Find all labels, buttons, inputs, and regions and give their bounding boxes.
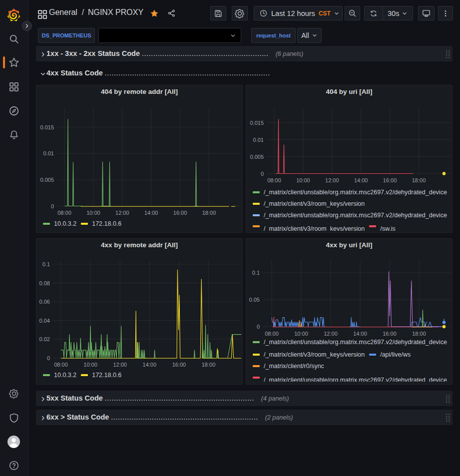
svg-text:18:00: 18:00 <box>202 362 216 368</box>
svg-text:0.1: 0.1 <box>42 261 50 267</box>
svg-text:08:00: 08:00 <box>57 210 71 216</box>
svg-text:14:00: 14:00 <box>143 362 157 368</box>
svg-text:0: 0 <box>47 355 50 361</box>
svg-text:0.04: 0.04 <box>39 318 50 324</box>
svg-text:0.01: 0.01 <box>43 150 54 156</box>
svg-text:14:00: 14:00 <box>354 177 368 183</box>
svg-text:12:00: 12:00 <box>325 177 339 183</box>
svg-text:0.05: 0.05 <box>249 297 260 303</box>
svg-text:16:00: 16:00 <box>172 362 186 368</box>
svg-text:14:00: 14:00 <box>144 210 158 216</box>
svg-text:18:00: 18:00 <box>202 210 216 216</box>
svg-text:18:00: 18:00 <box>412 331 426 337</box>
svg-text:0.06: 0.06 <box>39 299 50 305</box>
svg-text:10:00: 10:00 <box>86 210 100 216</box>
svg-text:14:00: 14:00 <box>353 331 367 337</box>
svg-text:0.01: 0.01 <box>253 137 264 143</box>
svg-text:0.015: 0.015 <box>40 124 54 130</box>
svg-text:08:00: 08:00 <box>267 177 281 183</box>
svg-text:0.08: 0.08 <box>39 280 50 286</box>
svg-text:0: 0 <box>261 171 264 177</box>
svg-text:12:00: 12:00 <box>324 331 338 337</box>
svg-text:12:00: 12:00 <box>113 362 127 368</box>
svg-text:16:00: 16:00 <box>173 210 187 216</box>
svg-text:08:00: 08:00 <box>265 331 279 337</box>
svg-text:0.015: 0.015 <box>250 120 264 126</box>
svg-text:08:00: 08:00 <box>54 362 68 368</box>
svg-text:16:00: 16:00 <box>383 177 397 183</box>
svg-text:0: 0 <box>51 203 54 209</box>
svg-text:10:00: 10:00 <box>83 362 97 368</box>
svg-text:0.005: 0.005 <box>250 154 264 160</box>
svg-text:0.02: 0.02 <box>39 336 50 342</box>
svg-text:0.1: 0.1 <box>252 270 260 276</box>
svg-text:10:00: 10:00 <box>294 331 308 337</box>
svg-text:10:00: 10:00 <box>296 177 310 183</box>
svg-text:18:00: 18:00 <box>412 177 426 183</box>
svg-text:16:00: 16:00 <box>383 331 397 337</box>
svg-text:0.005: 0.005 <box>40 177 54 183</box>
svg-text:0: 0 <box>257 324 260 330</box>
svg-text:12:00: 12:00 <box>115 210 129 216</box>
